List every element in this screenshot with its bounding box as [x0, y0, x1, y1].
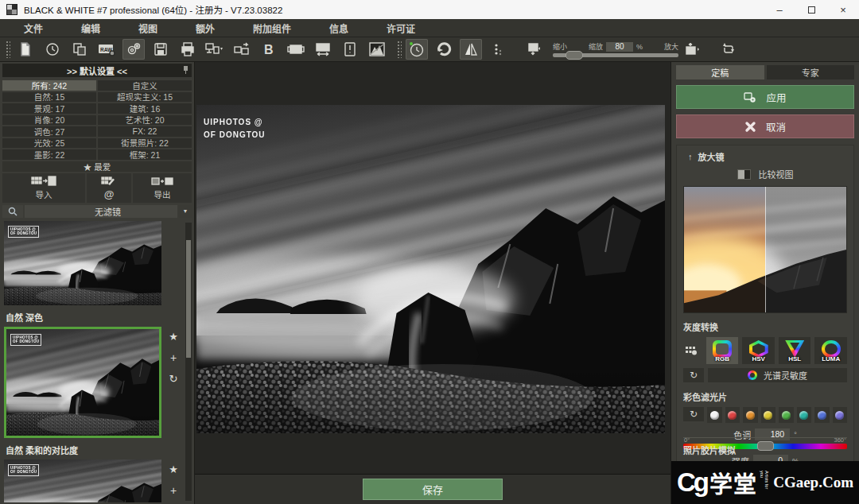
- cancel-button[interactable]: 取消: [676, 114, 854, 138]
- category-all[interactable]: 所有: 242: [2, 80, 96, 91]
- settings-gears-icon: [126, 42, 142, 56]
- preset-thumbnail[interactable]: UIPHOTOS @OF DONGTOU: [4, 221, 161, 305]
- spectral-reset-button[interactable]: ↻: [683, 368, 704, 382]
- preset-scrollbar-thumb[interactable]: [186, 240, 191, 358]
- preset-item[interactable]: UIPHOTOS @OF DONGTOU ★ + ↻: [2, 459, 192, 503]
- preset-thumbnail[interactable]: UIPHOTOS @OF DONGTOU: [4, 459, 161, 503]
- filter-orange-button[interactable]: [743, 407, 758, 423]
- film-simulation-title[interactable]: 照片胶片模拟: [683, 437, 847, 456]
- pin-icon[interactable]: [182, 65, 189, 75]
- category-light[interactable]: 光效: 25: [2, 138, 96, 149]
- save-button[interactable]: 保存: [363, 479, 503, 500]
- category-vignette[interactable]: 墨影: 22: [2, 149, 96, 160]
- preset-mail-button[interactable]: @: [87, 173, 131, 203]
- category-portrait[interactable]: 肖像: 20: [2, 115, 96, 126]
- gray-presets-button[interactable]: [683, 338, 702, 363]
- filter-dropdown[interactable]: 无滤镜: [25, 205, 177, 218]
- zoom-slider-thumb[interactable]: [566, 51, 583, 60]
- history-button[interactable]: [41, 39, 64, 60]
- add-variant-icon[interactable]: +: [170, 484, 177, 497]
- apply-button[interactable]: 应用: [676, 85, 854, 109]
- menu-addons[interactable]: 附加组件: [253, 21, 291, 35]
- mode-luma-button[interactable]: LUMA: [814, 337, 847, 364]
- copy-button[interactable]: [68, 39, 91, 60]
- mode-hsl-button[interactable]: HSL: [779, 337, 811, 364]
- share-button[interactable]: [204, 39, 226, 60]
- refresh-preset-icon[interactable]: ↻: [169, 373, 178, 385]
- close-button[interactable]: ×: [827, 0, 859, 19]
- category-street[interactable]: 街景照片: 22: [98, 138, 192, 149]
- menu-info[interactable]: 信息: [329, 21, 348, 35]
- category-surreal[interactable]: 超现实主义: 15: [98, 92, 192, 103]
- favorites-row[interactable]: ★ 最爱: [2, 161, 192, 172]
- raw-button[interactable]: RAW: [95, 39, 118, 60]
- compare-checkbox[interactable]: [737, 169, 751, 180]
- preset-item-selected[interactable]: UIPHOTOS @OF DONGTOU ★ + ↻: [2, 327, 192, 438]
- filter-white-button[interactable]: [707, 407, 722, 423]
- filter-yellow-button[interactable]: [761, 407, 776, 423]
- category-architecture[interactable]: 建筑: 16: [98, 103, 192, 114]
- preset-thumbnail-selected[interactable]: UIPHOTOS @OF DONGTOU: [4, 327, 161, 438]
- timer-button[interactable]: [406, 39, 428, 60]
- menu-edit[interactable]: 编辑: [81, 21, 100, 35]
- mode-rgb-button[interactable]: RGB: [706, 337, 739, 364]
- maximize-button[interactable]: [795, 0, 827, 19]
- filter-green-button[interactable]: [779, 407, 794, 423]
- filmstrip-button[interactable]: [285, 39, 307, 60]
- export-image-button[interactable]: [231, 39, 253, 60]
- import-button[interactable]: 导入: [2, 173, 85, 203]
- search-box[interactable]: [2, 205, 23, 218]
- filter-red-button[interactable]: [725, 407, 740, 423]
- compare-button[interactable]: [460, 39, 482, 60]
- save-button-toolbar[interactable]: [150, 39, 172, 60]
- manual-button[interactable]: [339, 39, 361, 60]
- mode-hsv-button[interactable]: HSV: [742, 337, 775, 364]
- tab-expert[interactable]: 专家: [767, 65, 855, 79]
- histogram-button[interactable]: [366, 39, 388, 60]
- collapse-arrow-icon[interactable]: ↑: [688, 152, 693, 161]
- image-size-button[interactable]: [312, 39, 334, 60]
- favorite-star-icon[interactable]: ★: [169, 463, 178, 475]
- zoom-slider-track[interactable]: [553, 53, 678, 57]
- minimize-button[interactable]: –: [764, 0, 795, 19]
- add-variant-icon[interactable]: +: [170, 351, 177, 364]
- spectral-sensitivity-button[interactable]: 光谱灵敏度: [708, 368, 847, 382]
- category-frames[interactable]: 框架: 21: [98, 149, 192, 160]
- menu-extra[interactable]: 额外: [196, 21, 215, 35]
- zoom-out-button[interactable]: [525, 39, 544, 60]
- category-custom[interactable]: 自定义: [98, 80, 192, 91]
- new-file-button[interactable]: [14, 39, 37, 60]
- print-button[interactable]: [177, 39, 199, 60]
- more-options-button[interactable]: [487, 39, 509, 60]
- category-nature[interactable]: 自然: 15: [2, 92, 96, 103]
- filter-cyan-button[interactable]: [797, 407, 812, 423]
- menu-file[interactable]: 文件: [24, 21, 43, 35]
- zoom-value[interactable]: 80: [606, 42, 633, 52]
- filter-reset-button[interactable]: ↻: [683, 407, 704, 421]
- batch-button[interactable]: B: [258, 39, 280, 60]
- preset-item[interactable]: UIPHOTOS @OF DONGTOU: [2, 221, 192, 305]
- filter-purple-button[interactable]: [833, 407, 848, 423]
- preset-scrollbar[interactable]: [185, 223, 192, 502]
- export-button[interactable]: 导出: [133, 173, 192, 203]
- favorite-star-icon[interactable]: ★: [169, 331, 178, 343]
- category-landscape[interactable]: 景观: 17: [2, 103, 96, 114]
- rotate-button[interactable]: [717, 39, 740, 60]
- menu-view[interactable]: 视图: [138, 21, 157, 35]
- tab-finalize[interactable]: 定稿: [676, 65, 764, 79]
- filter-dropdown-arrow[interactable]: ▼: [179, 205, 192, 218]
- filter-blue-button[interactable]: [814, 407, 830, 423]
- category-toning[interactable]: 调色: 27: [2, 126, 96, 137]
- menu-license[interactable]: 许可证: [387, 21, 415, 35]
- zoom-in-button[interactable]: [682, 39, 702, 60]
- toolbar-drag-handle[interactable]: [6, 41, 10, 58]
- main-photo[interactable]: UIPHOTOS @ OF DONGTOU: [196, 105, 665, 433]
- image-canvas[interactable]: UIPHOTOS @ OF DONGTOU: [195, 62, 670, 475]
- category-fx[interactable]: FX: 22: [98, 126, 192, 137]
- compare-preview[interactable]: [683, 186, 847, 313]
- settings-button[interactable]: [122, 39, 145, 60]
- presets-header[interactable]: >> 默认设置 <<: [2, 64, 192, 77]
- category-artistic[interactable]: 艺术性: 20: [98, 115, 192, 126]
- redo-button[interactable]: [433, 39, 455, 60]
- magnifier-header[interactable]: ↑ 放大镜: [683, 150, 847, 163]
